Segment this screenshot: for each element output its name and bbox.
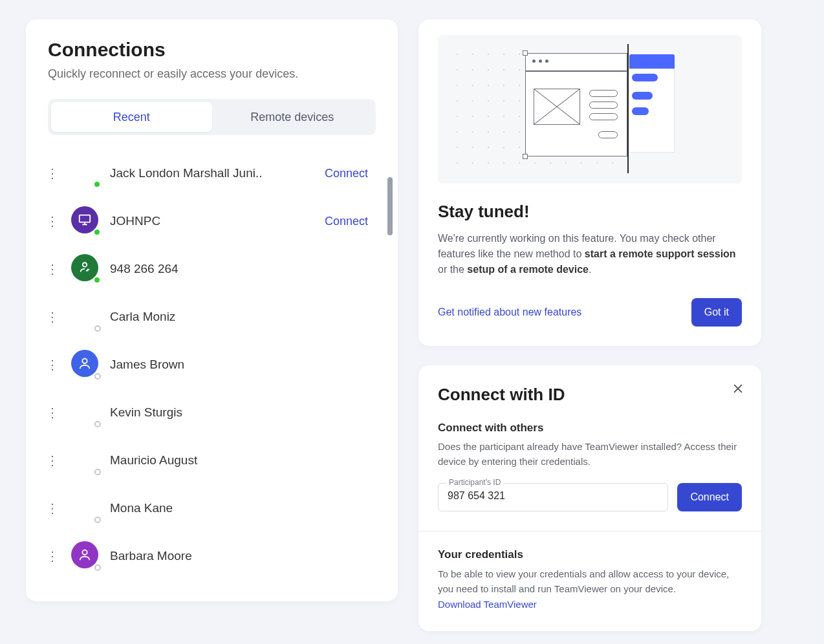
- divider: [418, 531, 761, 531]
- connection-name: 948 266 264: [110, 262, 386, 276]
- download-teamviewer-link[interactable]: Download TeamViewer: [438, 599, 537, 610]
- connection-item: ⋮JOHNPCConnect: [43, 197, 386, 245]
- status-indicator: [93, 228, 101, 236]
- more-options-icon[interactable]: ⋮: [43, 499, 62, 518]
- status-indicator: [94, 421, 101, 427]
- connect-link[interactable]: Connect: [325, 215, 386, 228]
- connect-with-id-panel: Connect with ID Connect with others Does…: [418, 365, 761, 631]
- connection-item: ⋮Barbara Moore: [43, 532, 386, 580]
- svg-rect-0: [80, 215, 91, 222]
- more-options-icon[interactable]: ⋮: [43, 546, 62, 566]
- connections-tabs: Recent Remote devices: [48, 99, 376, 135]
- connection-name: Mauricio August: [110, 453, 386, 467]
- connection-item: ⋮Mona Kane: [43, 484, 386, 532]
- close-icon[interactable]: [732, 382, 744, 397]
- tab-recent[interactable]: Recent: [51, 102, 212, 132]
- stay-tuned-panel: Stay tuned! We're currently working on t…: [418, 19, 761, 346]
- more-options-icon[interactable]: ⋮: [43, 259, 62, 279]
- connection-name: JOHNPC: [110, 214, 316, 228]
- connect-others-heading: Connect with others: [438, 422, 742, 435]
- notify-link[interactable]: Get notified about new features: [438, 306, 581, 318]
- stay-tuned-title: Stay tuned!: [438, 202, 742, 222]
- user-icon: [71, 350, 98, 377]
- participant-id-label: Participant's ID: [446, 478, 503, 487]
- connection-item: ⋮Mauricio August: [43, 436, 386, 484]
- connection-name: James Brown: [110, 358, 386, 372]
- connections-subtitle: Quickly reconnect or easily access your …: [26, 67, 398, 81]
- avatar: [71, 158, 101, 188]
- connection-name: Jack London Marshall Juni..: [110, 166, 316, 180]
- connect-others-desc: Does the participant already have TeamVi…: [438, 440, 742, 469]
- scrollbar-thumb[interactable]: [387, 177, 393, 235]
- svg-point-4: [82, 359, 87, 363]
- avatar: [71, 206, 101, 236]
- more-options-icon[interactable]: ⋮: [43, 403, 62, 422]
- connection-name: Kevin Sturgis: [110, 405, 386, 420]
- status-indicator: [94, 373, 101, 380]
- connection-item: ⋮Carla Moniz: [43, 293, 386, 341]
- connection-name: Barbara Moore: [110, 549, 386, 563]
- avatar: [71, 254, 101, 284]
- participant-id-field-wrap: Participant's ID: [438, 483, 668, 511]
- connections-title: Connections: [26, 39, 398, 61]
- svg-point-5: [82, 550, 87, 555]
- your-credentials-desc: To be able to view your credentials and …: [438, 566, 742, 612]
- connection-item: ⋮Jack London Marshall Juni..Connect: [43, 149, 386, 197]
- more-options-icon[interactable]: ⋮: [43, 307, 62, 327]
- got-it-button[interactable]: Got it: [691, 298, 742, 327]
- connection-name: Mona Kane: [110, 501, 386, 515]
- avatar: [71, 350, 101, 380]
- more-options-icon[interactable]: ⋮: [43, 451, 62, 470]
- connections-panel: Connections Quickly reconnect or easily …: [26, 19, 398, 601]
- stay-tuned-illustration: [438, 35, 742, 184]
- connect-link[interactable]: Connect: [325, 167, 386, 180]
- connection-item: ⋮Kevin Sturgis: [43, 389, 386, 436]
- tab-remote-devices[interactable]: Remote devices: [212, 102, 373, 132]
- connection-item: ⋮948 266 264: [43, 245, 386, 293]
- connect-button[interactable]: Connect: [677, 483, 742, 511]
- more-options-icon[interactable]: ⋮: [43, 164, 62, 183]
- avatar: [71, 398, 101, 427]
- connection-name: Carla Moniz: [110, 310, 386, 324]
- your-credentials-heading: Your credentials: [438, 548, 742, 561]
- status-indicator: [94, 325, 101, 332]
- participant-id-input[interactable]: [448, 489, 658, 502]
- avatar: [71, 541, 101, 571]
- user-icon: [71, 541, 98, 568]
- svg-point-3: [83, 263, 87, 266]
- status-indicator: [94, 564, 101, 571]
- avatar: [71, 493, 101, 523]
- connection-item: ⋮James Brown: [43, 341, 386, 389]
- avatar: [71, 302, 101, 332]
- connect-id-title: Connect with ID: [438, 385, 742, 405]
- status-indicator: [93, 180, 101, 188]
- status-indicator: [93, 276, 101, 284]
- stay-tuned-body: We're currently working on this feature.…: [438, 231, 742, 277]
- more-options-icon[interactable]: ⋮: [43, 211, 62, 231]
- status-indicator: [94, 469, 101, 475]
- connections-list: ⋮Jack London Marshall Juni..Connect⋮JOHN…: [26, 149, 398, 601]
- more-options-icon[interactable]: ⋮: [43, 355, 62, 374]
- avatar: [71, 445, 101, 475]
- status-indicator: [94, 517, 101, 523]
